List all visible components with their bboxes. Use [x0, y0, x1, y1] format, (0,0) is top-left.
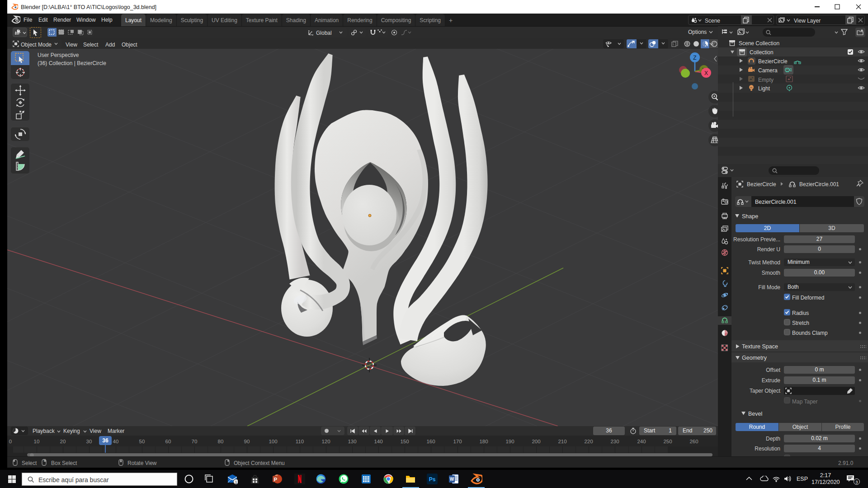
svg-text:1: 1: [235, 480, 237, 484]
svg-text:Ps: Ps: [429, 476, 436, 483]
svg-text:X: X: [704, 70, 708, 76]
svg-text:W: W: [450, 477, 454, 482]
svg-text:Z: Z: [693, 55, 696, 61]
svg-text:P: P: [274, 477, 277, 482]
